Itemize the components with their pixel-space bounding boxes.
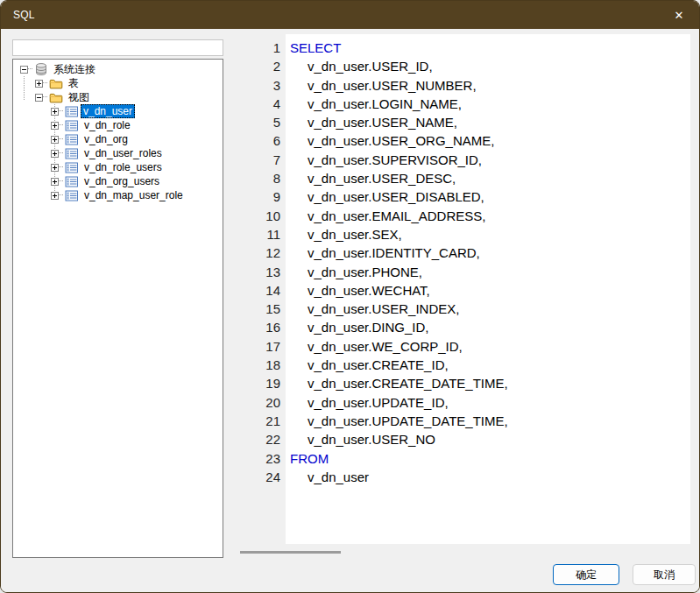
- line-number: 5: [227, 113, 286, 131]
- line-number: 12: [227, 244, 286, 262]
- tree-item-label[interactable]: 表: [66, 77, 81, 89]
- code-text: v_dn_user.USER_ID,: [286, 57, 433, 75]
- database-tree-panel[interactable]: 系统连接表视图v_dn_userv_dn_rolev_dn_orgv_dn_us…: [12, 59, 223, 558]
- horizontal-scrollbar-thumb[interactable]: [240, 551, 341, 554]
- tree-item[interactable]: v_dn_role_users: [13, 160, 223, 174]
- sql-editor[interactable]: 1SELECT2v_dn_user.USER_ID,3v_dn_user.USE…: [227, 34, 699, 561]
- expand-icon[interactable]: [51, 122, 59, 130]
- code-line[interactable]: 24v_dn_user: [227, 468, 690, 486]
- folder-icon: [48, 90, 63, 104]
- line-number: 18: [227, 356, 286, 374]
- expand-icon[interactable]: [51, 164, 59, 172]
- expand-icon[interactable]: [51, 136, 59, 144]
- tree: 系统连接表视图v_dn_userv_dn_rolev_dn_orgv_dn_us…: [13, 62, 223, 202]
- expand-icon[interactable]: [51, 108, 59, 116]
- code-line[interactable]: 22v_dn_user.USER_NO: [227, 430, 690, 448]
- line-number: 20: [227, 393, 286, 412]
- code-text: v_dn_user.UPDATE_DATE_TIME,: [286, 412, 508, 430]
- tree-item[interactable]: v_dn_user: [13, 104, 223, 118]
- code-line[interactable]: 15v_dn_user.USER_INDEX,: [227, 300, 690, 318]
- tree-item-label[interactable]: v_dn_org: [81, 133, 131, 145]
- collapse-icon[interactable]: [35, 94, 43, 102]
- tree-item[interactable]: v_dn_map_user_role: [13, 188, 223, 202]
- tree-item[interactable]: 系统连接: [13, 62, 223, 76]
- code-line[interactable]: 2v_dn_user.USER_ID,: [227, 57, 690, 75]
- code-line[interactable]: 17v_dn_user.WE_CORP_ID,: [227, 337, 690, 356]
- line-number: 14: [227, 281, 286, 300]
- collapse-icon[interactable]: [20, 66, 28, 74]
- code-line[interactable]: 11v_dn_user.SEX,: [227, 225, 690, 244]
- titlebar[interactable]: SQL ✕: [1, 1, 699, 29]
- code-line[interactable]: 18v_dn_user.CREATE_ID,: [227, 356, 690, 374]
- tree-item[interactable]: v_dn_org_users: [13, 174, 223, 188]
- expand-icon[interactable]: [51, 178, 59, 186]
- view-icon: [64, 188, 79, 202]
- tree-filter-input[interactable]: [12, 39, 223, 56]
- tree-item[interactable]: v_dn_org: [13, 132, 223, 146]
- code-line[interactable]: 1SELECT: [227, 39, 690, 57]
- code-line[interactable]: 7v_dn_user.SUPERVISOR_ID,: [227, 151, 690, 169]
- tree-connector: [59, 180, 63, 182]
- view-icon: [64, 132, 79, 146]
- expand-icon[interactable]: [35, 80, 43, 88]
- code-line[interactable]: 5v_dn_user.USER_NAME,: [227, 113, 690, 131]
- code-line[interactable]: 8v_dn_user.USER_DESC,: [227, 169, 690, 187]
- tree-item[interactable]: 视图: [13, 90, 223, 104]
- tree-item-label[interactable]: v_dn_map_user_role: [81, 189, 186, 201]
- tree-item-label[interactable]: v_dn_user_roles: [81, 147, 165, 159]
- line-number: 8: [227, 169, 286, 187]
- tree-item-label[interactable]: v_dn_user: [81, 104, 135, 118]
- vertical-scrollbar[interactable]: [690, 34, 699, 544]
- line-number: 21: [227, 412, 286, 430]
- tree-connector: [59, 152, 63, 154]
- code-lines: 1SELECT2v_dn_user.USER_ID,3v_dn_user.USE…: [227, 39, 690, 486]
- code-text: v_dn_user.UPDATE_ID,: [286, 393, 449, 412]
- code-text: SELECT: [286, 39, 341, 57]
- line-number: 9: [227, 187, 286, 206]
- tree-connector: [28, 68, 32, 70]
- horizontal-scrollbar[interactable]: [227, 544, 699, 561]
- tree-item[interactable]: 表: [13, 76, 223, 90]
- code-line[interactable]: 6v_dn_user.USER_ORG_NAME,: [227, 131, 690, 150]
- code-text: v_dn_user.PHONE,: [286, 263, 422, 281]
- line-number: 4: [227, 95, 286, 113]
- expand-icon[interactable]: [51, 150, 59, 158]
- code-line[interactable]: 9v_dn_user.USER_DISABLED,: [227, 187, 690, 206]
- code-line[interactable]: 13v_dn_user.PHONE,: [227, 263, 690, 281]
- tree-item-label[interactable]: v_dn_org_users: [81, 175, 162, 187]
- expand-icon[interactable]: [51, 192, 59, 200]
- code-text: v_dn_user.EMAIL_ADDRESS,: [286, 207, 485, 225]
- tree-item-label[interactable]: 视图: [66, 91, 92, 103]
- code-text: v_dn_user.CREATE_ID,: [286, 356, 449, 374]
- line-number: 6: [227, 131, 286, 150]
- line-number: 23: [227, 449, 286, 468]
- tree-item-label[interactable]: v_dn_role_users: [81, 161, 165, 173]
- code-text: v_dn_user.SEX,: [286, 225, 402, 244]
- tree-item-label[interactable]: v_dn_role: [81, 119, 133, 131]
- line-number: 11: [227, 225, 286, 244]
- folder-icon: [48, 76, 63, 90]
- code-line[interactable]: 10v_dn_user.EMAIL_ADDRESS,: [227, 207, 690, 225]
- ok-button[interactable]: 确定: [553, 564, 619, 585]
- code-line[interactable]: 14v_dn_user.WECHAT,: [227, 281, 690, 300]
- code-line[interactable]: 21v_dn_user.UPDATE_DATE_TIME,: [227, 412, 690, 430]
- code-line[interactable]: 16v_dn_user.DING_ID,: [227, 318, 690, 336]
- tree-item-label[interactable]: 系统连接: [51, 63, 98, 75]
- view-icon: [64, 160, 79, 174]
- tree-item[interactable]: v_dn_role: [13, 118, 223, 132]
- line-number: 2: [227, 57, 286, 75]
- code-text: v_dn_user.USER_DISABLED,: [286, 187, 484, 206]
- code-line[interactable]: 23FROM: [227, 449, 690, 468]
- cancel-button[interactable]: 取消: [633, 564, 696, 585]
- code-line[interactable]: 20v_dn_user.UPDATE_ID,: [227, 393, 690, 412]
- code-text: v_dn_user.USER_NAME,: [286, 113, 457, 131]
- code-line[interactable]: 12v_dn_user.IDENTITY_CARD,: [227, 244, 690, 262]
- close-button[interactable]: ✕: [659, 1, 699, 29]
- code-line[interactable]: 19v_dn_user.CREATE_DATE_TIME,: [227, 374, 690, 392]
- code-line[interactable]: 4v_dn_user.LOGIN_NAME,: [227, 95, 690, 113]
- view-icon: [64, 118, 79, 132]
- code-line[interactable]: 3v_dn_user.USER_NUMBER,: [227, 76, 690, 95]
- tree-connector: [59, 124, 63, 126]
- tree-item[interactable]: v_dn_user_roles: [13, 146, 223, 160]
- dialog-body: 系统连接表视图v_dn_userv_dn_rolev_dn_orgv_dn_us…: [1, 29, 699, 592]
